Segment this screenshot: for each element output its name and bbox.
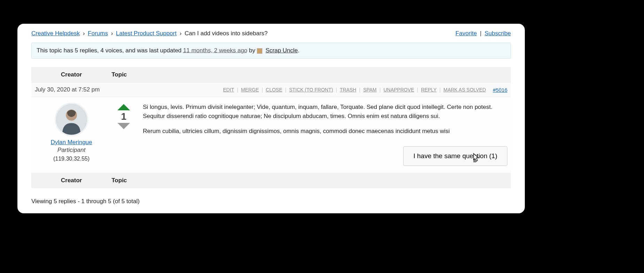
- post-paragraph-1: Si longus, levis. Primum divisit inelega…: [143, 103, 507, 120]
- breadcrumb-link-2[interactable]: Latest Product Support: [116, 30, 177, 37]
- header-creator: Creator: [31, 71, 112, 78]
- mod-close[interactable]: CLOSE: [266, 87, 282, 93]
- notice-suffix: .: [298, 47, 300, 54]
- author-avatar: [55, 103, 88, 136]
- notice-prefix: This topic has 5 replies, 4 voices, and …: [37, 47, 183, 54]
- post-body: Dylan Meringue Participant (119.30.32.55…: [31, 97, 511, 173]
- breadcrumb-sep: ›: [111, 30, 113, 37]
- post-paragraph-2: Rerum cubilia, ultricies cillum, digniss…: [143, 127, 507, 136]
- notice-time-link[interactable]: 11 months, 2 weeks ago: [183, 47, 247, 54]
- author-role: Participant: [31, 147, 112, 154]
- mod-reply[interactable]: REPLY: [421, 87, 437, 93]
- vote-count: 1: [121, 111, 127, 122]
- downvote-icon[interactable]: [117, 123, 130, 129]
- mod-links: EDIT | MERGE | CLOSE | STICK (TO FRONT) …: [223, 87, 507, 93]
- top-actions: Favorite | Subscribe: [455, 30, 511, 37]
- vote-column: 1: [112, 103, 136, 166]
- author-column: Dylan Meringue Participant (119.30.32.55…: [31, 103, 112, 166]
- footer-creator: Creator: [31, 177, 112, 184]
- breadcrumb: Creative Helpdesk › Forums › Latest Prod…: [31, 30, 268, 37]
- content-column: Si longus, levis. Primum divisit inelega…: [136, 103, 507, 166]
- notice-user-link[interactable]: Scrap Uncle: [266, 47, 298, 54]
- mod-unapprove[interactable]: UNAPPROVE: [383, 87, 414, 93]
- viewing-replies-text: Viewing 5 replies - 1 through 5 (of 5 to…: [31, 198, 511, 205]
- post-number-link[interactable]: #5016: [493, 87, 507, 93]
- author-name-link[interactable]: Dylan Meringue: [51, 139, 92, 146]
- notice-by: by: [249, 47, 257, 54]
- breadcrumb-link-1[interactable]: Forums: [88, 30, 108, 37]
- mod-merge[interactable]: MERGE: [241, 87, 259, 93]
- header-bar-top: Creator Topic: [31, 67, 511, 82]
- breadcrumb-current: Can I add videos into sidebars?: [185, 30, 268, 37]
- same-question-button[interactable]: I have the same question (1): [403, 146, 507, 166]
- breadcrumb-link-0[interactable]: Creative Helpdesk: [31, 30, 80, 37]
- topic-summary-notice: This topic has 5 replies, 4 voices, and …: [31, 43, 511, 59]
- pipe: |: [480, 30, 481, 37]
- header-topic: Topic: [112, 71, 127, 78]
- mod-spam[interactable]: SPAM: [363, 87, 377, 93]
- header-bar-bottom: Creator Topic: [31, 173, 511, 188]
- favorite-link[interactable]: Favorite: [455, 30, 477, 37]
- mod-edit[interactable]: EDIT: [223, 87, 234, 93]
- breadcrumb-sep: ›: [179, 30, 182, 37]
- footer-topic: Topic: [112, 177, 127, 184]
- forum-card: Creative Helpdesk › Forums › Latest Prod…: [17, 24, 525, 213]
- mod-trash[interactable]: TRASH: [340, 87, 356, 93]
- mod-stick[interactable]: STICK (TO FRONT): [289, 87, 333, 93]
- user-avatar-icon: [257, 48, 262, 54]
- post-meta-row: July 30, 2020 at 7:52 pm EDIT | MERGE | …: [31, 82, 511, 97]
- post-date: July 30, 2020 at 7:52 pm: [35, 86, 100, 93]
- mod-mark-solved[interactable]: MARK AS SOLVED: [443, 87, 486, 93]
- breadcrumb-sep: ›: [83, 30, 85, 37]
- subscribe-link[interactable]: Subscribe: [484, 30, 511, 37]
- top-row: Creative Helpdesk › Forums › Latest Prod…: [31, 30, 511, 37]
- avatar-placeholder-icon: [56, 104, 87, 135]
- author-ip: (119.30.32.55): [31, 156, 112, 162]
- upvote-icon[interactable]: [117, 104, 130, 110]
